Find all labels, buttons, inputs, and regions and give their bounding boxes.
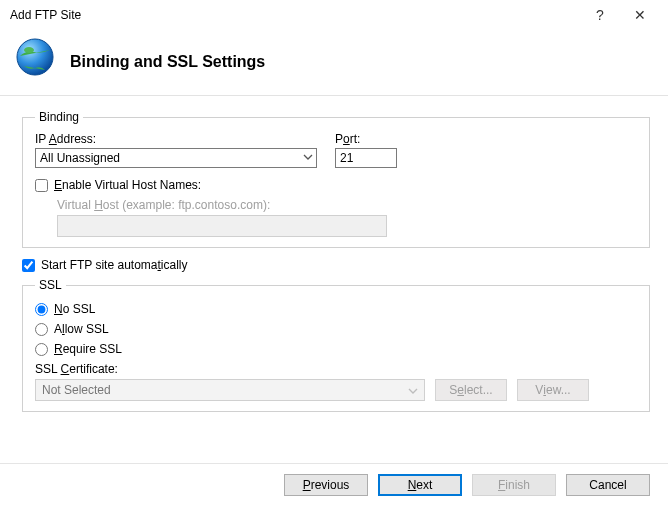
chevron-down-icon <box>408 385 418 399</box>
globe-icon <box>14 36 56 81</box>
page-title: Binding and SSL Settings <box>70 53 265 71</box>
port-input[interactable] <box>335 148 397 168</box>
cert-select-button: Select... <box>435 379 507 401</box>
ssl-cert-value: Not Selected <box>42 383 111 397</box>
close-button[interactable]: ✕ <box>620 0 660 30</box>
help-button[interactable]: ? <box>580 0 620 30</box>
previous-button[interactable]: Previous <box>284 474 368 496</box>
wizard-header: Binding and SSL Settings <box>0 30 668 96</box>
wizard-footer: Previous Next Finish Cancel <box>0 463 668 508</box>
no-ssl-radio[interactable] <box>35 303 48 316</box>
ssl-cert-label: SSL Certificate: <box>35 362 637 376</box>
binding-group: Binding IP Address: Port: <box>22 110 650 248</box>
no-ssl-label: No SSL <box>54 302 95 316</box>
autostart-label: Start FTP site automatically <box>41 258 188 272</box>
require-ssl-radio[interactable] <box>35 343 48 356</box>
binding-legend: Binding <box>35 110 83 124</box>
allow-ssl-radio[interactable] <box>35 323 48 336</box>
cert-view-button: View... <box>517 379 589 401</box>
ip-address-select[interactable] <box>35 148 317 168</box>
port-label: Port: <box>335 132 397 146</box>
enable-virtual-host-label: Enable Virtual Host Names: <box>54 178 201 192</box>
virtual-host-label: Virtual Host (example: ftp.contoso.com): <box>57 198 270 212</box>
cancel-button[interactable]: Cancel <box>566 474 650 496</box>
ssl-group: SSL No SSL Allow SSL Require SSL SSL Cer… <box>22 278 650 412</box>
svg-point-1 <box>24 47 34 53</box>
enable-virtual-host-checkbox[interactable] <box>35 179 48 192</box>
next-button[interactable]: Next <box>378 474 462 496</box>
titlebar: Add FTP Site ? ✕ <box>0 0 668 30</box>
svg-point-0 <box>17 39 53 75</box>
virtual-host-input <box>57 215 387 237</box>
ssl-cert-select: Not Selected <box>35 379 425 401</box>
autostart-checkbox[interactable] <box>22 259 35 272</box>
ip-address-label: IP Address: <box>35 132 317 146</box>
ssl-legend: SSL <box>35 278 66 292</box>
require-ssl-label: Require SSL <box>54 342 122 356</box>
allow-ssl-label: Allow SSL <box>54 322 109 336</box>
window-title: Add FTP Site <box>10 8 81 22</box>
finish-button: Finish <box>472 474 556 496</box>
